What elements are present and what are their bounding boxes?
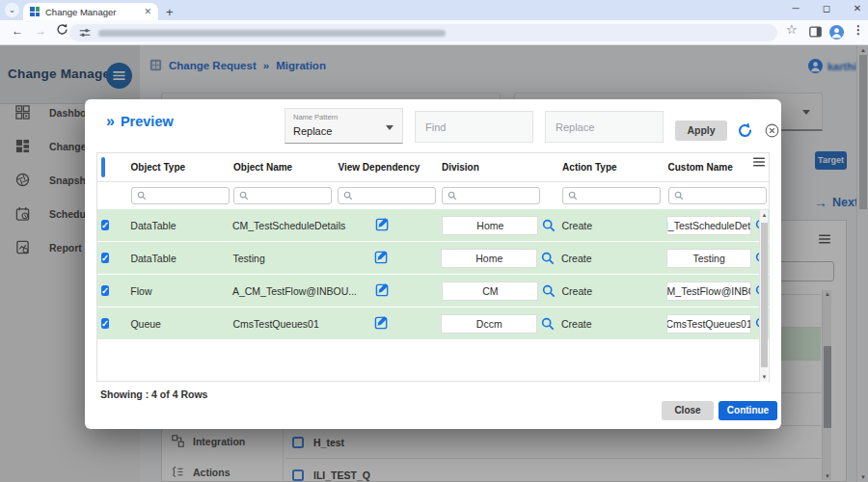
- filter-input-object-type[interactable]: [131, 187, 230, 204]
- continue-button[interactable]: Continue: [719, 401, 777, 420]
- tab-title: Change Manager: [45, 7, 138, 17]
- name-pattern-label: Name Pattern: [293, 113, 338, 121]
- edit-icon[interactable]: [375, 282, 390, 297]
- filter-input-custom-name[interactable]: [668, 187, 767, 204]
- filter-input-action-type[interactable]: [562, 187, 661, 204]
- division-search-icon[interactable]: [542, 284, 556, 298]
- table-row: ✓ Flow A_CM_TestFlow@INBOU... CM Create …: [97, 275, 769, 307]
- profile-avatar[interactable]: [829, 25, 844, 40]
- action-type-cell: Create: [562, 285, 667, 297]
- table-filter-row: [97, 182, 769, 209]
- name-pattern-value: Replace: [293, 125, 332, 137]
- bookmark-star-icon[interactable]: ☆: [786, 22, 798, 37]
- tab-search-button[interactable]: ⌄: [5, 3, 19, 17]
- row-count-status: Showing : 4 of 4 Rows: [100, 388, 207, 400]
- row-checkbox-checked[interactable]: ✓: [101, 253, 109, 263]
- table-row: ✓ DataTable CM_TestScheduleDetails Home …: [97, 209, 769, 241]
- find-input[interactable]: [415, 111, 533, 143]
- division-search-icon[interactable]: [541, 317, 555, 331]
- filter-input-division[interactable]: [442, 187, 540, 204]
- action-type-cell: Create: [561, 253, 666, 264]
- column-header[interactable]: Division: [442, 162, 562, 173]
- division-search-icon[interactable]: [542, 219, 556, 232]
- division-search-icon[interactable]: [541, 252, 555, 265]
- browser-window: ⌄ Change Manager ✕ + ─ ◻ ✕ ← → ☆ ⋮: [0, 0, 868, 482]
- edit-icon[interactable]: [374, 250, 389, 264]
- side-panel-icon[interactable]: [809, 26, 822, 40]
- object-type-cell: DataTable: [130, 220, 232, 231]
- app-favicon-icon: [30, 7, 40, 16]
- name-pattern-select[interactable]: Name Pattern Replace: [285, 108, 403, 144]
- object-type-cell: DataTable: [130, 253, 232, 264]
- back-button[interactable]: ←: [12, 24, 23, 38]
- minimize-button[interactable]: ─: [789, 2, 802, 15]
- tab-strip: ⌄ Change Manager ✕ + ─ ◻ ✕: [0, 0, 868, 20]
- division-input[interactable]: Home: [442, 216, 538, 235]
- column-header[interactable]: Action Type: [562, 162, 667, 173]
- row-checkbox-checked[interactable]: ✓: [101, 318, 109, 329]
- object-name-cell: CmsTestQueues01: [233, 318, 338, 330]
- table-menu-icon[interactable]: [753, 157, 765, 167]
- row-checkbox-checked[interactable]: ✓: [101, 285, 109, 296]
- window-close-button[interactable]: ✕: [851, 2, 864, 15]
- table-row: ✓ Queue CmsTestQueues01 Dccm Create CmsT…: [97, 308, 769, 339]
- url-text-blurred: [98, 30, 446, 37]
- object-name-cell: Testing: [233, 253, 338, 264]
- row-checkbox-checked[interactable]: ✓: [101, 220, 109, 230]
- edit-icon[interactable]: [375, 217, 390, 231]
- apply-button[interactable]: Apply: [675, 120, 727, 141]
- column-header[interactable]: Object Type: [131, 162, 233, 173]
- app-page: Change Manager Dashboard Change Request …: [0, 45, 868, 482]
- browser-toolbar: ← → ☆ ⋮: [0, 20, 868, 45]
- table-row: ✓ DataTable Testing Home Create Testing: [97, 242, 769, 274]
- preview-modal: » Preview Name Pattern Replace Apply: [85, 99, 781, 429]
- custom-name-input[interactable]: Testing: [666, 249, 751, 268]
- search-icon: [674, 191, 684, 201]
- reload-icon: [56, 23, 68, 36]
- forward-button[interactable]: →: [35, 24, 46, 38]
- division-input[interactable]: CM: [442, 281, 538, 301]
- search-icon: [239, 191, 249, 201]
- select-all-checkbox[interactable]: [101, 157, 105, 177]
- filter-input-object-name[interactable]: [233, 187, 332, 204]
- modal-close-button[interactable]: [765, 123, 779, 142]
- double-chevron-icon: »: [106, 113, 115, 130]
- filter-input-view-dependency[interactable]: [338, 187, 436, 204]
- search-icon: [343, 191, 353, 201]
- new-tab-button[interactable]: +: [166, 5, 174, 19]
- replace-input[interactable]: [545, 111, 664, 143]
- close-circle-icon: [765, 123, 779, 138]
- action-type-cell: Create: [562, 220, 667, 231]
- refresh-icon: [737, 122, 753, 139]
- edit-icon[interactable]: [374, 315, 389, 330]
- object-name-cell: CM_TestScheduleDetails: [232, 220, 339, 231]
- chevron-down-icon: [386, 125, 393, 130]
- search-icon: [448, 191, 457, 201]
- object-name-cell: A_CM_TestFlow@INBOU...: [232, 285, 339, 297]
- table-scrollbar[interactable]: ▲ ▼: [759, 210, 768, 382]
- browser-tab[interactable]: Change Manager ✕: [23, 3, 158, 20]
- site-settings-icon: [79, 27, 91, 39]
- maximize-button[interactable]: ◻: [820, 2, 833, 15]
- close-button[interactable]: Close: [662, 401, 714, 420]
- object-type-cell: Queue: [130, 318, 232, 330]
- object-type-cell: Flow: [130, 285, 232, 297]
- modal-title: » Preview: [106, 113, 174, 130]
- preview-table: Object Type Object Name View Dependency …: [96, 152, 770, 382]
- table-header-row: Object Type Object Name View Dependency …: [97, 153, 769, 182]
- tab-close-icon[interactable]: ✕: [144, 7, 151, 16]
- column-header[interactable]: Object Name: [233, 162, 338, 173]
- reload-button[interactable]: [56, 23, 68, 39]
- division-input[interactable]: Dccm: [441, 314, 537, 334]
- column-header[interactable]: View Dependency: [338, 162, 441, 173]
- search-icon: [137, 191, 147, 201]
- refresh-button[interactable]: [737, 122, 753, 143]
- kebab-menu-icon[interactable]: ⋮: [853, 23, 864, 37]
- custom-name-input[interactable]: A_CM_TestFlow@INBOUN: [666, 281, 751, 301]
- search-icon: [568, 191, 578, 201]
- custom-name-input[interactable]: CmsTestQueues01: [666, 314, 751, 334]
- custom-name-input[interactable]: CM_TestScheduleDetails: [666, 216, 751, 235]
- action-type-cell: Create: [561, 318, 666, 330]
- division-input[interactable]: Home: [441, 249, 537, 268]
- url-bar[interactable]: [69, 24, 777, 41]
